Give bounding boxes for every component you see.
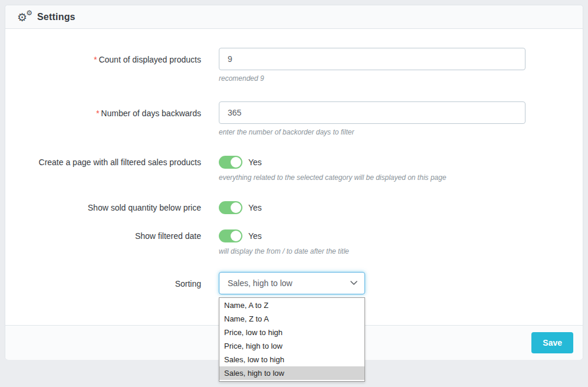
required-asterisk: * xyxy=(96,109,99,118)
form-row-sold-quantity: Show sold quantity below price Yes xyxy=(5,201,583,215)
sold-quantity-toggle-state: Yes xyxy=(248,203,262,212)
field-help-filtered-date: will display the from / to date after th… xyxy=(219,247,349,255)
dropdown-option-price-high-low[interactable]: Price, high to low xyxy=(219,339,364,353)
number-of-days-backwards-input[interactable] xyxy=(219,101,525,124)
dropdown-option-name-a-z[interactable]: Name, A to Z xyxy=(219,299,364,312)
toggle-knob xyxy=(231,231,241,241)
sorting-select[interactable]: Sales, high to low xyxy=(219,272,365,294)
save-button[interactable]: Save xyxy=(531,332,573,353)
chevron-down-icon xyxy=(350,281,357,286)
form-row-create-page: Create a page with all filtered sales pr… xyxy=(5,155,583,182)
field-label-sorting: Sorting xyxy=(5,272,201,290)
form-row-sorting: Sorting Sales, high to low Name, A to Z … xyxy=(5,272,583,294)
settings-form: *Count of displayed products recomended … xyxy=(5,29,583,325)
form-row-filtered-date: Show filtered date Yes will display the … xyxy=(5,229,583,255)
dropdown-option-sales-high-low[interactable]: Sales, high to low xyxy=(219,366,364,380)
form-row-days: *Number of days backwards enter the numb… xyxy=(5,101,583,136)
field-help-count: recomended 9 xyxy=(219,74,525,83)
panel-header: ⚙ ⚙ Settings xyxy=(5,5,583,29)
create-page-toggle-state: Yes xyxy=(248,158,262,167)
field-label-count: *Count of displayed products xyxy=(5,48,201,65)
sold-quantity-toggle[interactable] xyxy=(219,201,242,214)
dropdown-option-price-low-high[interactable]: Price, low to high xyxy=(219,326,364,339)
count-of-displayed-products-input[interactable] xyxy=(219,48,525,70)
field-label-create-page: Create a page with all filtered sales pr… xyxy=(5,155,201,168)
filtered-date-toggle[interactable] xyxy=(219,229,242,242)
field-label-filtered-date: Show filtered date xyxy=(5,229,201,242)
toggle-knob xyxy=(231,157,241,168)
dropdown-option-sales-low-high[interactable]: Sales, low to high xyxy=(219,353,364,366)
toggle-knob xyxy=(231,202,241,213)
field-help-days: enter the number of backorder days to fi… xyxy=(219,128,525,136)
sorting-selected-value: Sales, high to low xyxy=(228,278,293,288)
page-background: ⚙ ⚙ Settings *Count of displayed product… xyxy=(0,0,588,387)
form-row-count: *Count of displayed products recomended … xyxy=(5,48,583,83)
sorting-dropdown: Name, A to Z Name, Z to A Price, low to … xyxy=(219,297,365,382)
field-help-create-page: everything related to the selected categ… xyxy=(219,173,446,182)
field-label-sold-quantity: Show sold quantity below price xyxy=(5,201,201,214)
dropdown-option-name-z-a[interactable]: Name, Z to A xyxy=(219,312,364,326)
filtered-date-toggle-state: Yes xyxy=(248,231,262,241)
settings-panel: ⚙ ⚙ Settings *Count of displayed product… xyxy=(5,5,583,360)
gears-icon: ⚙ ⚙ xyxy=(17,10,32,24)
required-asterisk: * xyxy=(94,55,97,64)
field-label-days: *Number of days backwards xyxy=(5,101,201,119)
create-page-toggle[interactable] xyxy=(219,156,242,169)
panel-title: Settings xyxy=(37,12,75,22)
